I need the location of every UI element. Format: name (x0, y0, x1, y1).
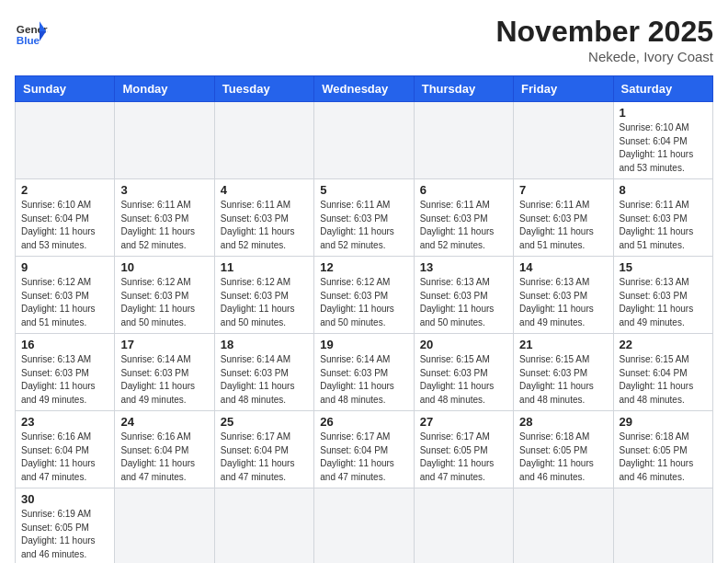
day-info: Sunrise: 6:11 AM Sunset: 6:03 PM Dayligh… (420, 199, 507, 252)
day-number: 14 (519, 260, 607, 274)
logo-icon: General Blue (15, 15, 48, 48)
day-info: Sunrise: 6:13 AM Sunset: 6:03 PM Dayligh… (21, 353, 108, 407)
day-number: 24 (120, 415, 208, 429)
day-info: Sunrise: 6:11 AM Sunset: 6:03 PM Dayligh… (221, 199, 308, 252)
calendar-cell: 8Sunrise: 6:11 AM Sunset: 6:03 PM Daylig… (613, 179, 712, 257)
calendar-cell (214, 488, 313, 564)
day-info: Sunrise: 6:15 AM Sunset: 6:03 PM Dayligh… (519, 353, 607, 407)
day-number: 11 (221, 260, 308, 274)
calendar-cell: 29Sunrise: 6:18 AM Sunset: 6:05 PM Dayli… (613, 411, 712, 488)
svg-marker-3 (40, 31, 46, 41)
day-info: Sunrise: 6:19 AM Sunset: 6:05 PM Dayligh… (21, 508, 108, 561)
day-number: 8 (620, 183, 707, 197)
day-number: 4 (221, 183, 308, 197)
day-info: Sunrise: 6:13 AM Sunset: 6:03 PM Dayligh… (620, 276, 707, 329)
week-row-6: 30Sunrise: 6:19 AM Sunset: 6:05 PM Dayli… (16, 488, 713, 564)
svg-text:Blue: Blue (17, 34, 40, 46)
week-row-1: 1Sunrise: 6:10 AM Sunset: 6:04 PM Daylig… (16, 102, 713, 179)
calendar-cell: 1Sunrise: 6:10 AM Sunset: 6:04 PM Daylig… (613, 102, 712, 179)
calendar-cell: 6Sunrise: 6:11 AM Sunset: 6:03 PM Daylig… (414, 179, 513, 257)
calendar-cell: 14Sunrise: 6:13 AM Sunset: 6:03 PM Dayli… (514, 257, 613, 334)
calendar-cell: 13Sunrise: 6:13 AM Sunset: 6:03 PM Dayli… (414, 257, 513, 334)
calendar-cell: 11Sunrise: 6:12 AM Sunset: 6:03 PM Dayli… (214, 257, 313, 334)
page-header: General Blue November 2025 Nekede, Ivory… (15, 15, 713, 64)
month-title: November 2025 (495, 15, 713, 49)
day-number: 18 (221, 338, 308, 351)
calendar-cell: 28Sunrise: 6:18 AM Sunset: 6:05 PM Dayli… (514, 411, 613, 488)
day-number: 28 (519, 415, 607, 429)
day-info: Sunrise: 6:10 AM Sunset: 6:04 PM Dayligh… (620, 121, 707, 175)
day-info: Sunrise: 6:11 AM Sunset: 6:03 PM Dayligh… (519, 199, 607, 252)
day-info: Sunrise: 6:12 AM Sunset: 6:03 PM Dayligh… (221, 276, 308, 329)
day-info: Sunrise: 6:15 AM Sunset: 6:04 PM Dayligh… (620, 353, 707, 407)
day-number: 15 (620, 260, 707, 274)
calendar-cell (314, 102, 414, 179)
day-number: 21 (519, 338, 607, 351)
calendar-cell: 16Sunrise: 6:13 AM Sunset: 6:03 PM Dayli… (16, 334, 115, 411)
day-number: 17 (120, 338, 208, 351)
day-number: 16 (21, 338, 108, 351)
day-info: Sunrise: 6:17 AM Sunset: 6:04 PM Dayligh… (320, 431, 407, 484)
logo: General Blue (15, 15, 48, 48)
calendar-cell (514, 102, 613, 179)
day-number: 19 (320, 338, 407, 351)
calendar-cell: 26Sunrise: 6:17 AM Sunset: 6:04 PM Dayli… (314, 411, 414, 488)
day-info: Sunrise: 6:12 AM Sunset: 6:03 PM Dayligh… (120, 276, 208, 329)
weekday-header-friday: Friday (514, 76, 613, 102)
day-info: Sunrise: 6:18 AM Sunset: 6:05 PM Dayligh… (620, 431, 707, 484)
calendar-cell: 23Sunrise: 6:16 AM Sunset: 6:04 PM Dayli… (16, 411, 115, 488)
weekday-header-monday: Monday (115, 76, 214, 102)
day-number: 13 (420, 260, 507, 274)
calendar-cell: 19Sunrise: 6:14 AM Sunset: 6:03 PM Dayli… (314, 334, 414, 411)
day-info: Sunrise: 6:14 AM Sunset: 6:03 PM Dayligh… (120, 353, 208, 407)
weekday-header-tuesday: Tuesday (214, 76, 313, 102)
day-info: Sunrise: 6:13 AM Sunset: 6:03 PM Dayligh… (420, 276, 507, 329)
week-row-4: 16Sunrise: 6:13 AM Sunset: 6:03 PM Dayli… (16, 334, 713, 411)
calendar-cell (514, 488, 613, 564)
day-info: Sunrise: 6:16 AM Sunset: 6:04 PM Dayligh… (120, 431, 208, 484)
calendar-cell: 2Sunrise: 6:10 AM Sunset: 6:04 PM Daylig… (16, 179, 115, 257)
week-row-3: 9Sunrise: 6:12 AM Sunset: 6:03 PM Daylig… (16, 257, 713, 334)
day-info: Sunrise: 6:14 AM Sunset: 6:03 PM Dayligh… (320, 353, 407, 407)
day-info: Sunrise: 6:17 AM Sunset: 6:04 PM Dayligh… (221, 431, 308, 484)
day-info: Sunrise: 6:15 AM Sunset: 6:03 PM Dayligh… (420, 353, 507, 407)
day-number: 7 (519, 183, 607, 197)
calendar-cell: 25Sunrise: 6:17 AM Sunset: 6:04 PM Dayli… (214, 411, 313, 488)
day-number: 30 (21, 492, 108, 506)
day-info: Sunrise: 6:13 AM Sunset: 6:03 PM Dayligh… (519, 276, 607, 329)
calendar-cell: 10Sunrise: 6:12 AM Sunset: 6:03 PM Dayli… (115, 257, 214, 334)
calendar-cell (414, 488, 513, 564)
weekday-header-thursday: Thursday (414, 76, 513, 102)
day-info: Sunrise: 6:12 AM Sunset: 6:03 PM Dayligh… (21, 276, 108, 329)
day-info: Sunrise: 6:14 AM Sunset: 6:03 PM Dayligh… (221, 353, 308, 407)
calendar-cell: 12Sunrise: 6:12 AM Sunset: 6:03 PM Dayli… (314, 257, 414, 334)
calendar-cell: 30Sunrise: 6:19 AM Sunset: 6:05 PM Dayli… (16, 488, 115, 564)
location: Nekede, Ivory Coast (495, 49, 713, 64)
calendar-table: SundayMondayTuesdayWednesdayThursdayFrid… (15, 75, 713, 563)
week-row-2: 2Sunrise: 6:10 AM Sunset: 6:04 PM Daylig… (16, 179, 713, 257)
calendar-cell: 5Sunrise: 6:11 AM Sunset: 6:03 PM Daylig… (314, 179, 414, 257)
day-number: 3 (120, 183, 208, 197)
day-info: Sunrise: 6:12 AM Sunset: 6:03 PM Dayligh… (320, 276, 407, 329)
calendar-cell (414, 102, 513, 179)
day-info: Sunrise: 6:16 AM Sunset: 6:04 PM Dayligh… (21, 431, 108, 484)
calendar-cell (16, 102, 115, 179)
day-number: 23 (21, 415, 108, 429)
day-number: 12 (320, 260, 407, 274)
day-number: 29 (620, 415, 707, 429)
calendar-cell (115, 102, 214, 179)
calendar-cell (613, 488, 712, 564)
day-number: 27 (420, 415, 507, 429)
day-number: 25 (221, 415, 308, 429)
day-info: Sunrise: 6:18 AM Sunset: 6:05 PM Dayligh… (519, 431, 607, 484)
week-row-5: 23Sunrise: 6:16 AM Sunset: 6:04 PM Dayli… (16, 411, 713, 488)
day-number: 9 (21, 260, 108, 274)
title-block: November 2025 Nekede, Ivory Coast (495, 15, 713, 64)
day-number: 22 (620, 338, 707, 351)
calendar-cell: 21Sunrise: 6:15 AM Sunset: 6:03 PM Dayli… (514, 334, 613, 411)
day-info: Sunrise: 6:11 AM Sunset: 6:03 PM Dayligh… (620, 199, 707, 252)
day-info: Sunrise: 6:10 AM Sunset: 6:04 PM Dayligh… (21, 199, 108, 252)
day-number: 26 (320, 415, 407, 429)
day-number: 5 (320, 183, 407, 197)
calendar-cell: 27Sunrise: 6:17 AM Sunset: 6:05 PM Dayli… (414, 411, 513, 488)
